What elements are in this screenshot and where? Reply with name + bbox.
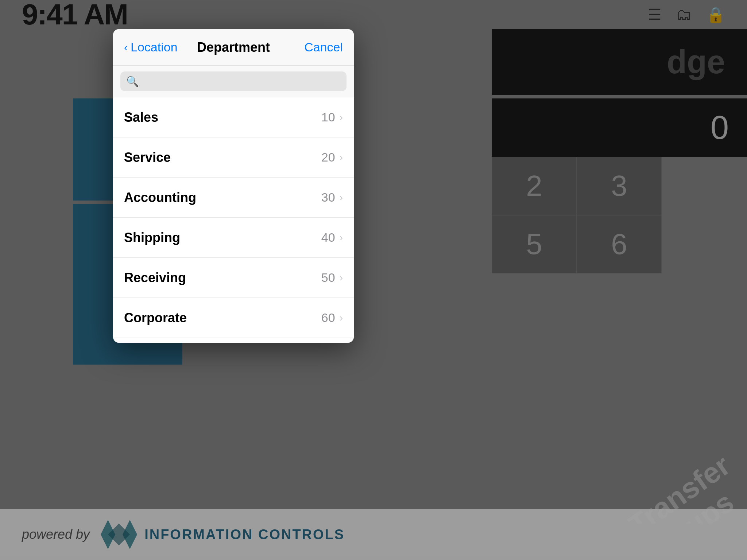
list-item-value: 50: [321, 271, 335, 285]
list-item-value: 40: [321, 230, 335, 245]
list-item-label: Corporate: [124, 310, 187, 326]
department-modal: ‹ Location Department Cancel 🔍 Sales 10 …: [113, 29, 354, 343]
list-item-label: Receiving: [124, 270, 186, 285]
list-item-label: Shipping: [124, 230, 180, 245]
list-item-sales[interactable]: Sales 10 ›: [113, 97, 354, 137]
list-item-right: 30 ›: [321, 190, 343, 205]
list-item-label: Sales: [124, 110, 158, 125]
modal-title: Department: [197, 40, 270, 55]
chevron-right-icon: ›: [340, 152, 343, 163]
cancel-button[interactable]: Cancel: [304, 40, 343, 54]
search-input-wrapper[interactable]: 🔍: [120, 71, 347, 91]
list-item-right: 50 ›: [321, 271, 343, 285]
list-item-accounting[interactable]: Accounting 30 ›: [113, 178, 354, 218]
department-list: Sales 10 › Service 20 › Accounting 30 › …: [113, 97, 354, 343]
list-item-label: Service: [124, 150, 171, 165]
list-item-right: 10 ›: [321, 110, 343, 124]
list-item-corporate[interactable]: Corporate 60 ›: [113, 298, 354, 338]
list-item-empty-1: [113, 338, 354, 343]
list-item-right: 40 ›: [321, 230, 343, 245]
list-item-service[interactable]: Service 20 ›: [113, 137, 354, 178]
back-chevron-icon: ‹: [124, 41, 128, 54]
modal-header: ‹ Location Department Cancel: [113, 29, 354, 66]
list-item-shipping[interactable]: Shipping 40 ›: [113, 218, 354, 258]
search-input[interactable]: [143, 75, 341, 88]
chevron-right-icon: ›: [340, 232, 343, 244]
list-item-label: Accounting: [124, 190, 196, 205]
chevron-right-icon: ›: [340, 272, 343, 284]
search-bar: 🔍: [113, 66, 354, 97]
list-item-right: 60 ›: [321, 311, 343, 325]
list-item-right: 20 ›: [321, 150, 343, 164]
back-button[interactable]: ‹ Location: [124, 40, 178, 54]
overlay-backdrop: [0, 0, 747, 560]
search-icon: 🔍: [126, 75, 139, 88]
back-button-label: Location: [131, 40, 178, 54]
list-item-value: 30: [321, 190, 335, 205]
chevron-right-icon: ›: [340, 192, 343, 203]
chevron-right-icon: ›: [340, 312, 343, 324]
list-item-value: 20: [321, 150, 335, 164]
chevron-right-icon: ›: [340, 112, 343, 123]
list-item-value: 10: [321, 110, 335, 124]
list-item-receiving[interactable]: Receiving 50 ›: [113, 258, 354, 298]
list-item-value: 60: [321, 311, 335, 325]
